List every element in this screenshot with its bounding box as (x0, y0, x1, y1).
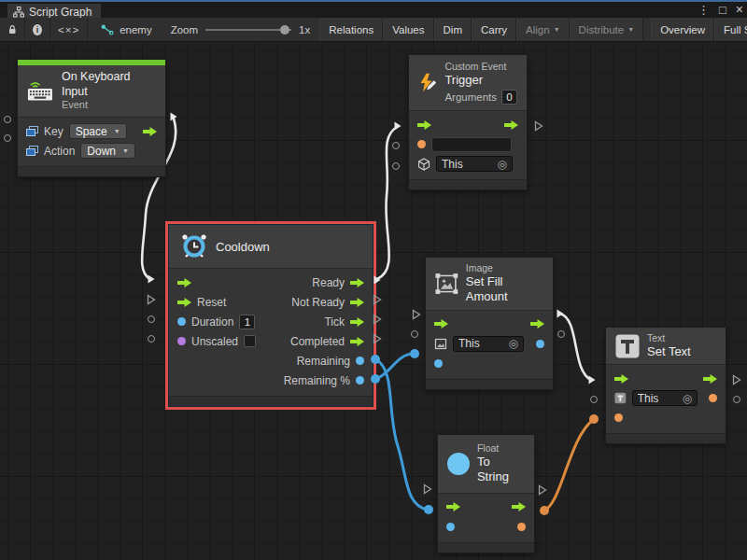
flow-out-arrow[interactable] (703, 374, 717, 384)
port-customevent-flow-in[interactable] (393, 120, 402, 132)
action-dropdown[interactable]: Down ▼ (80, 143, 135, 159)
carry-button[interactable]: Carry (472, 18, 516, 41)
remaining-port-dot[interactable] (356, 357, 364, 365)
overview-button[interactable]: Overview (651, 18, 714, 41)
port-cooldown-completed-out[interactable] (373, 333, 382, 344)
node-image-set-fill-amount[interactable]: Image Set Fill Amount This ◎ (425, 257, 554, 390)
flow-in-arrow[interactable] (614, 374, 628, 384)
reset-in-arrow[interactable] (177, 298, 191, 307)
port-customevent-flow-out[interactable] (534, 120, 543, 132)
string-port-dot[interactable] (417, 140, 426, 148)
port-tostring-flow-out[interactable] (538, 484, 547, 496)
port-cooldown-ready-out[interactable] (373, 274, 382, 286)
flow-in-arrow[interactable] (417, 120, 431, 130)
port-settext-out[interactable] (733, 396, 740, 403)
port-customevent-target[interactable] (392, 162, 400, 170)
port-settext-target[interactable] (590, 396, 598, 403)
tick-out-arrow[interactable] (350, 317, 364, 327)
key-dropdown[interactable]: Space ▼ (69, 123, 127, 139)
node-custom-event-trigger[interactable]: Custom Event Trigger Arguments 0 (408, 54, 528, 190)
node-footer (409, 179, 527, 189)
remaining-pct-port-dot[interactable] (356, 376, 364, 385)
target-picker-icon[interactable]: ◎ (498, 158, 507, 171)
port-cooldown-flow-in[interactable] (147, 273, 156, 285)
port-key-input[interactable] (4, 116, 11, 123)
flow-in-arrow[interactable] (177, 278, 191, 287)
target-field[interactable]: This ◎ (632, 390, 698, 406)
target-field[interactable]: This ◎ (453, 336, 524, 352)
fullscreen-button[interactable]: Full Screen (714, 18, 747, 41)
align-button[interactable]: Align ▼ (516, 18, 570, 41)
float-in-port-dot[interactable] (446, 523, 455, 531)
node-text-set-text[interactable]: Text Set Text This ◎ (605, 327, 726, 444)
port-image-flow-in[interactable] (412, 309, 421, 320)
node-float-to-string[interactable]: Float To String (437, 434, 535, 553)
port-keyboard-flow-out[interactable] (169, 111, 178, 122)
flow-in-arrow[interactable] (434, 319, 448, 329)
port-tostring-flow-in[interactable] (423, 483, 432, 495)
info-button[interactable]: i (25, 18, 50, 41)
target-picker-icon[interactable]: ◎ (509, 337, 518, 350)
port-image-fillamount-in[interactable] (410, 349, 419, 358)
target-picker-icon[interactable]: ◎ (683, 392, 692, 405)
title-bar: Script Graph ⋮ □ × (0, 0, 747, 18)
flow-out-arrow[interactable] (504, 120, 518, 130)
target-field[interactable]: This ◎ (436, 156, 513, 172)
port-cooldown-notready-out[interactable] (373, 294, 382, 305)
lock-button[interactable] (0, 18, 25, 41)
port-cooldown-duration[interactable] (148, 315, 155, 323)
flow-out-arrow[interactable] (512, 502, 526, 511)
zoom-value: 1x (299, 24, 310, 35)
window-menu-icon[interactable]: ⋮ (698, 2, 710, 18)
port-cooldown-tick-out[interactable] (373, 314, 382, 325)
port-image-flow-out[interactable] (556, 308, 565, 319)
duration-port-dot[interactable] (177, 317, 186, 326)
unscaled-checkbox[interactable] (244, 335, 256, 347)
image-out-port-dot[interactable] (536, 340, 544, 348)
port-settext-flow-in[interactable] (587, 374, 597, 385)
distribute-button[interactable]: Distribute ▼ (570, 18, 644, 41)
port-settext-flow-out[interactable] (732, 374, 741, 385)
window-maximize-icon[interactable]: □ (719, 2, 726, 18)
port-action-input[interactable] (4, 134, 11, 142)
port-cooldown-unscaled[interactable] (148, 335, 155, 343)
key-value: Space (76, 125, 107, 138)
string-out-port-dot[interactable] (517, 523, 526, 531)
port-cooldown-reset-in[interactable] (147, 294, 156, 305)
flow-in-arrow[interactable] (446, 502, 460, 511)
zoom-slider-handle[interactable] (280, 25, 289, 35)
port-tostring-float-in[interactable] (424, 505, 433, 514)
port-image-target[interactable] (411, 330, 418, 338)
dim-button[interactable]: Dim (434, 18, 472, 41)
port-image-out[interactable] (557, 330, 565, 338)
unscaled-port-dot[interactable] (177, 337, 186, 345)
event-name-field[interactable] (431, 137, 512, 152)
completed-out-arrow[interactable] (350, 337, 364, 346)
flow-out-arrow[interactable] (530, 319, 544, 329)
graph-breadcrumb[interactable]: enemy (88, 18, 162, 41)
zoom-slider[interactable] (205, 29, 291, 31)
port-tostring-string-out[interactable] (540, 506, 549, 515)
node-on-keyboard-input[interactable]: On Keyboard Input Event Key Space ▼ Acti… (17, 59, 166, 177)
window-close-icon[interactable]: × (736, 2, 743, 18)
port-cooldown-remaining-out[interactable] (371, 355, 380, 364)
fill-amount-port-dot[interactable] (434, 359, 443, 368)
port-cooldown-remainingpct-out[interactable] (371, 374, 380, 384)
flow-out-arrow[interactable] (143, 127, 157, 136)
values-button[interactable]: Values (383, 18, 433, 41)
relations-button[interactable]: Relations (319, 18, 383, 41)
text-value-port-dot[interactable] (614, 413, 623, 422)
port-customevent-name[interactable] (392, 142, 400, 149)
duration-label: Duration (191, 315, 233, 329)
code-ids-button[interactable]: <×> (50, 18, 88, 41)
node-cooldown[interactable]: Cooldown Ready Reset Not Ready Duration … (168, 224, 374, 407)
text-out-port-dot[interactable] (709, 394, 717, 402)
not-ready-label: Not Ready (291, 296, 345, 309)
node-subtitle: Event (62, 99, 156, 112)
duration-field[interactable]: 1 (239, 315, 255, 329)
arguments-field[interactable]: 0 (501, 90, 517, 105)
not-ready-out-arrow[interactable] (350, 298, 364, 307)
port-settext-value-in[interactable] (589, 414, 599, 424)
target-value: This (638, 392, 659, 405)
ready-out-arrow[interactable] (350, 278, 364, 287)
